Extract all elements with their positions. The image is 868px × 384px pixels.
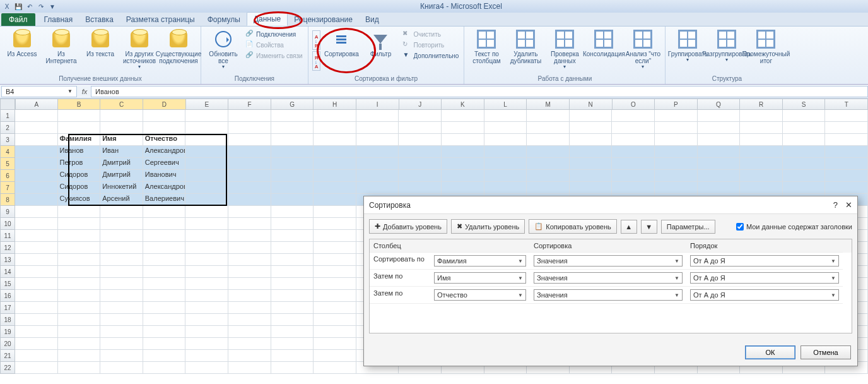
cell[interactable] (185, 170, 228, 182)
cell[interactable] (612, 122, 655, 134)
cell[interactable] (143, 230, 186, 242)
sort-button[interactable]: Сортировка (323, 28, 360, 57)
cell[interactable] (58, 290, 101, 302)
row-header[interactable]: 22 (0, 362, 15, 374)
cell[interactable] (484, 146, 527, 158)
cell[interactable] (143, 110, 186, 122)
cell[interactable]: Александрович (143, 146, 186, 158)
sort-az-button[interactable]: А↓Я (312, 30, 321, 50)
cell[interactable] (314, 194, 356, 206)
cell[interactable] (58, 230, 101, 242)
cell[interactable] (185, 122, 228, 134)
row-header[interactable]: 6 (0, 170, 15, 182)
cell[interactable] (228, 302, 271, 314)
cell[interactable] (442, 182, 484, 194)
cell[interactable] (783, 170, 826, 182)
cell[interactable] (740, 110, 783, 122)
cell[interactable] (825, 170, 868, 182)
row-header[interactable]: 17 (0, 302, 15, 314)
column-header[interactable]: P (655, 99, 698, 110)
cell[interactable] (143, 362, 186, 374)
row-header[interactable]: 8 (0, 194, 15, 206)
sorton-dropdown[interactable]: Значения▼ (534, 289, 683, 301)
cell[interactable] (15, 110, 58, 122)
cell[interactable] (228, 170, 271, 182)
cell[interactable] (783, 158, 826, 170)
cell[interactable] (314, 230, 356, 242)
row-header[interactable]: 3 (0, 134, 15, 146)
cell[interactable] (271, 230, 314, 242)
cell[interactable] (314, 242, 356, 254)
column-header[interactable]: T (825, 99, 868, 110)
cell[interactable] (271, 254, 314, 266)
cell[interactable] (271, 314, 314, 326)
cell[interactable] (356, 182, 399, 194)
cell[interactable] (271, 206, 314, 218)
cell[interactable] (271, 158, 314, 170)
tab-formulas[interactable]: Формулы (201, 13, 247, 26)
cell[interactable] (271, 146, 314, 158)
cell[interactable] (271, 170, 314, 182)
cell[interactable] (271, 278, 314, 290)
headers-checkbox[interactable] (736, 223, 744, 231)
consolidate-button[interactable]: Консолидация (585, 28, 622, 57)
cell[interactable] (570, 170, 613, 182)
cell[interactable] (185, 134, 228, 146)
cell[interactable] (740, 158, 783, 170)
cell[interactable] (100, 302, 143, 314)
cell[interactable] (58, 350, 101, 362)
refresh-all-button[interactable]: Обновить все▾ (205, 28, 242, 70)
connections-button[interactable]: 🔗Подключения (244, 29, 304, 39)
cell[interactable] (825, 110, 868, 122)
cell[interactable] (228, 158, 271, 170)
cell[interactable] (698, 146, 741, 158)
cell[interactable] (655, 182, 698, 194)
cell[interactable] (228, 326, 271, 338)
cell[interactable] (271, 110, 314, 122)
cell[interactable] (58, 218, 101, 230)
cell[interactable] (58, 314, 101, 326)
cell[interactable] (271, 350, 314, 362)
cell[interactable] (271, 362, 314, 374)
column-header[interactable]: J (399, 99, 442, 110)
cell[interactable] (185, 110, 228, 122)
column-header[interactable]: S (783, 99, 826, 110)
name-box[interactable]: B4▼ (1, 86, 77, 97)
cell[interactable] (314, 134, 356, 146)
row-header[interactable]: 2 (0, 122, 15, 134)
cell[interactable] (15, 278, 58, 290)
row-header[interactable]: 19 (0, 326, 15, 338)
cell[interactable] (143, 326, 186, 338)
cell[interactable] (100, 206, 143, 218)
cell[interactable]: Петров (58, 158, 101, 170)
add-level-button[interactable]: ✚Добавить уровень (369, 219, 447, 234)
cell[interactable] (314, 206, 356, 218)
cell[interactable] (185, 146, 228, 158)
cell[interactable] (442, 158, 484, 170)
cell[interactable] (314, 110, 356, 122)
column-dropdown[interactable]: Имя▼ (434, 272, 526, 284)
sort-za-button[interactable]: Я↓А (312, 51, 321, 71)
cell[interactable] (143, 290, 186, 302)
from-access-button[interactable]: Из Access (4, 28, 40, 57)
cell[interactable] (314, 266, 356, 278)
cell[interactable] (228, 362, 271, 374)
copy-level-button[interactable]: 📋Копировать уровень (529, 219, 617, 234)
column-header[interactable]: C (100, 99, 143, 110)
text-to-columns-button[interactable]: Текст по столбцам (468, 28, 505, 64)
cell[interactable] (484, 182, 527, 194)
cell[interactable] (100, 230, 143, 242)
cell[interactable] (271, 122, 314, 134)
cell[interactable] (698, 110, 741, 122)
cell[interactable] (698, 158, 741, 170)
cell[interactable] (612, 134, 655, 146)
move-down-button[interactable]: ▼ (641, 220, 657, 234)
subtotal-button[interactable]: Промежуточный итог (748, 28, 784, 64)
cell[interactable] (612, 146, 655, 158)
cell[interactable] (100, 254, 143, 266)
advanced-filter-button[interactable]: ▼Дополнительно (401, 51, 460, 61)
row-header[interactable]: 14 (0, 266, 15, 278)
cell[interactable] (655, 134, 698, 146)
cell[interactable] (228, 218, 271, 230)
cell[interactable]: Валериевич (143, 194, 186, 206)
